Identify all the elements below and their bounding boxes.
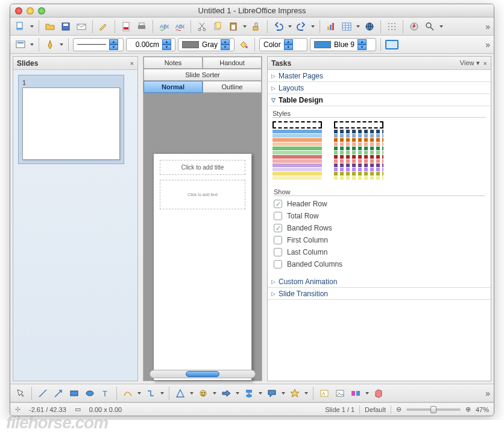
open-icon[interactable] <box>43 20 57 33</box>
undo-icon[interactable] <box>272 20 285 33</box>
curve-menu[interactable] <box>137 392 142 395</box>
stars-icon[interactable] <box>288 387 301 400</box>
fill-bucket-icon[interactable] <box>237 38 250 51</box>
paste-menu[interactable] <box>242 25 247 28</box>
hyperlink-icon[interactable] <box>363 20 376 33</box>
email-icon[interactable] <box>75 20 88 33</box>
line-style-combo[interactable]: ▲▼ <box>73 38 124 51</box>
block-arrows-menu[interactable] <box>235 392 240 395</box>
tab-handout[interactable]: Handout <box>203 57 262 69</box>
line-color-combo[interactable]: Blue 9 ▲▼ <box>310 38 376 51</box>
autospell-icon[interactable]: ABC <box>173 20 186 33</box>
gallery-menu[interactable] <box>365 392 370 395</box>
extrusion-icon[interactable] <box>372 387 385 400</box>
close-panel-icon[interactable]: × <box>130 60 134 67</box>
zoom-value[interactable]: 47% <box>476 406 489 413</box>
section-master-pages[interactable]: ▷Master Pages <box>268 70 491 82</box>
section-table-design[interactable]: ▽Table Design <box>268 94 491 106</box>
copy-icon[interactable] <box>211 20 224 33</box>
flowchart-icon[interactable] <box>242 387 256 400</box>
zoom-in-icon[interactable]: ⊕ <box>465 405 471 413</box>
tasks-view-menu[interactable]: View ▾ <box>460 59 480 67</box>
zoom-out-icon[interactable]: ⊖ <box>396 405 402 413</box>
horizontal-scrollbar[interactable] <box>150 370 256 378</box>
check-last-column[interactable]: Last Column <box>274 248 485 256</box>
basic-shapes-menu[interactable] <box>189 392 194 395</box>
slide-editor[interactable]: Click to add title Click to add text <box>143 93 262 381</box>
connector-tool-icon[interactable] <box>144 387 157 400</box>
check-banded-rows[interactable]: ✓Banded Rows <box>274 224 485 232</box>
spellcheck-icon[interactable]: ABC <box>157 20 171 33</box>
new-doc-menu[interactable] <box>30 25 34 28</box>
insert-image-icon[interactable] <box>333 387 347 400</box>
check-banded-columns[interactable]: Banded Columns <box>274 260 485 268</box>
section-custom-animation[interactable]: ▷Custom Animation <box>268 276 491 288</box>
pen-menu[interactable] <box>59 43 64 46</box>
line-tool-icon[interactable] <box>36 387 49 400</box>
check-header-row[interactable]: ✓Header Row <box>274 200 485 208</box>
arrow-tool-icon[interactable] <box>52 387 65 400</box>
start-slideshow-icon[interactable] <box>385 40 398 49</box>
clone-format-icon[interactable] <box>250 20 263 33</box>
symbol-shapes-icon[interactable] <box>197 387 210 400</box>
chart-icon[interactable] <box>324 20 338 33</box>
content-placeholder[interactable]: Click to add text <box>160 180 245 209</box>
table-style-option[interactable] <box>272 121 322 180</box>
slide-design-menu[interactable] <box>30 43 34 46</box>
stars-menu[interactable] <box>304 392 309 395</box>
redo-icon[interactable] <box>295 20 308 33</box>
navigator-icon[interactable] <box>408 20 421 33</box>
toolbar2-overflow-icon[interactable]: » <box>485 40 490 49</box>
slide-canvas[interactable]: Click to add title Click to add text <box>153 153 252 381</box>
paste-icon[interactable] <box>227 20 240 33</box>
cut-icon[interactable] <box>195 20 209 33</box>
section-layouts[interactable]: ▷Layouts <box>268 82 491 94</box>
zoom-slider[interactable] <box>406 408 461 411</box>
block-arrows-icon[interactable] <box>219 387 233 400</box>
gallery-icon[interactable] <box>349 387 362 400</box>
print-icon[interactable] <box>135 20 148 33</box>
close-tasks-icon[interactable]: × <box>484 60 487 67</box>
symbol-shapes-menu[interactable] <box>212 392 217 395</box>
slide-thumbnail[interactable]: 1 <box>18 75 124 164</box>
ellipse-tool-icon[interactable] <box>83 387 96 400</box>
connector-menu[interactable] <box>160 392 165 395</box>
zoom-tool-icon[interactable] <box>423 20 436 33</box>
svg-point-29 <box>391 29 392 30</box>
area-color-combo[interactable]: Gray ▲▼ <box>178 38 235 51</box>
fontwork-icon[interactable]: A <box>318 387 331 400</box>
flowchart-menu[interactable] <box>258 392 263 395</box>
title-placeholder[interactable]: Click to add title <box>160 160 245 175</box>
select-tool-icon[interactable] <box>14 387 27 400</box>
save-icon[interactable] <box>59 20 72 33</box>
drawbar-overflow-icon[interactable]: » <box>485 389 490 398</box>
export-pdf-icon[interactable] <box>119 20 133 33</box>
tab-sorter[interactable]: Slide Sorter <box>143 69 262 81</box>
text-tool-icon[interactable]: T <box>99 387 112 400</box>
section-slide-transition[interactable]: ▷Slide Transition <box>268 288 491 300</box>
fill-type-combo[interactable]: Color ▲▼ <box>259 38 307 51</box>
check-total-row[interactable]: Total Row <box>274 212 485 220</box>
toolbar-overflow-icon[interactable]: » <box>485 22 490 31</box>
undo-menu[interactable] <box>288 25 292 28</box>
edit-icon[interactable] <box>97 20 110 33</box>
tab-outline[interactable]: Outline <box>203 81 262 93</box>
rectangle-tool-icon[interactable] <box>68 387 81 400</box>
tab-normal[interactable]: Normal <box>143 81 203 93</box>
callout-menu[interactable] <box>281 392 286 395</box>
check-first-column[interactable]: First Column <box>274 236 485 244</box>
redo-menu[interactable] <box>310 25 315 28</box>
table-style-option[interactable] <box>334 121 383 180</box>
new-doc-icon[interactable] <box>14 20 27 33</box>
zoom-menu[interactable] <box>439 25 444 28</box>
tab-notes[interactable]: Notes <box>143 57 203 69</box>
line-width-stepper[interactable]: 0.00cm ▲▼ <box>126 38 175 51</box>
slide-design-icon[interactable] <box>14 38 27 51</box>
callout-icon[interactable] <box>265 387 279 400</box>
basic-shapes-icon[interactable] <box>174 387 187 400</box>
grid-icon[interactable] <box>385 20 398 33</box>
table-menu[interactable] <box>356 25 361 28</box>
pen-icon[interactable] <box>43 38 57 51</box>
table-icon[interactable] <box>340 20 353 33</box>
curve-tool-icon[interactable] <box>121 387 134 400</box>
